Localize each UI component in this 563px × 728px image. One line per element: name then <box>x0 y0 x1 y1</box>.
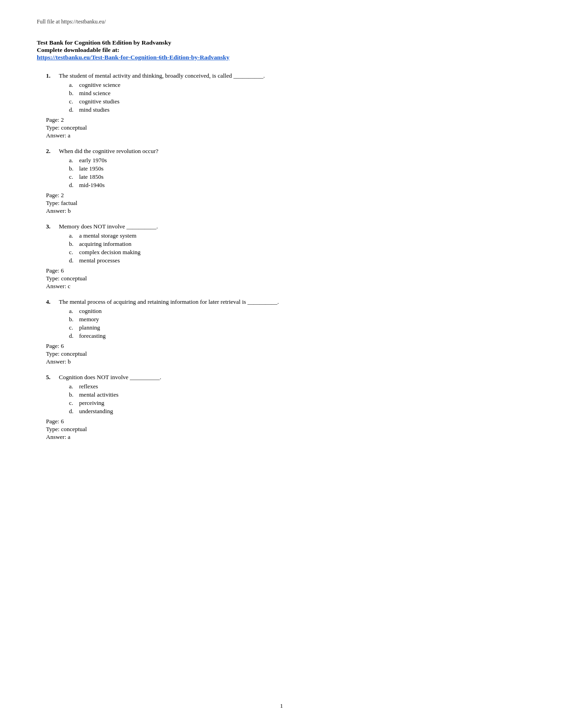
question-row: 2.When did the cognitive revolution occu… <box>46 148 526 155</box>
question-block: 3.Memory does NOT involve __________.a.a… <box>46 223 526 290</box>
meta-answer: Answer: a <box>46 433 526 441</box>
meta-answer: Answer: a <box>46 132 526 139</box>
option-text: mental processes <box>79 257 120 264</box>
list-item: a.cognitive science <box>69 81 526 89</box>
option-letter: a. <box>69 81 79 89</box>
option-text: mind science <box>79 90 110 97</box>
meta-answer: Answer: c <box>46 283 526 290</box>
list-item: d.forecasting <box>69 332 526 340</box>
options-list: a.cognitive scienceb.mind sciencec.cogni… <box>69 81 526 114</box>
option-letter: d. <box>69 257 79 264</box>
title-line1: Test Bank for Cognition 6th Edition by R… <box>37 39 526 46</box>
question-text: The student of mental activity and think… <box>59 72 526 80</box>
list-item: c.late 1850s <box>69 173 526 181</box>
question-number: 1. <box>46 72 59 80</box>
question-row: 5.Cognition does NOT involve __________. <box>46 374 526 381</box>
meta-page: Page: 6 <box>46 342 526 350</box>
list-item: d.mid-1940s <box>69 182 526 189</box>
meta-block: Page: 6Type: conceptualAnswer: b <box>46 342 526 365</box>
option-letter: d. <box>69 106 79 114</box>
list-item: d.understanding <box>69 408 526 415</box>
question-row: 1.The student of mental activity and thi… <box>46 72 526 80</box>
meta-page: Page: 2 <box>46 116 526 124</box>
option-text: mid-1940s <box>79 182 105 189</box>
title-block: Test Bank for Cognition 6th Edition by R… <box>37 39 526 61</box>
question-block: 5.Cognition does NOT involve __________.… <box>46 374 526 441</box>
option-text: memory <box>79 316 99 323</box>
list-item: a.a mental storage system <box>69 232 526 239</box>
option-text: cognitive science <box>79 81 121 89</box>
meta-block: Page: 2Type: conceptualAnswer: a <box>46 116 526 139</box>
question-number: 3. <box>46 223 59 230</box>
question-text: Cognition does NOT involve __________. <box>59 374 526 381</box>
option-letter: b. <box>69 391 79 398</box>
list-item: a.reflexes <box>69 383 526 390</box>
page: Full file at https://testbanku.eu/ Test … <box>0 0 563 728</box>
list-item: b.acquiring information <box>69 240 526 248</box>
question-text: Memory does NOT involve __________. <box>59 223 526 230</box>
option-letter: a. <box>69 232 79 239</box>
option-text: complex decision making <box>79 249 141 256</box>
list-item: b.mental activities <box>69 391 526 398</box>
question-block: 4.The mental process of acquiring and re… <box>46 298 526 365</box>
list-item: c.planning <box>69 324 526 331</box>
option-letter: c. <box>69 98 79 105</box>
list-item: b.mind science <box>69 90 526 97</box>
option-text: early 1970s <box>79 157 107 164</box>
page-number: 1 <box>0 702 563 710</box>
meta-type: Type: conceptual <box>46 275 526 282</box>
title-link[interactable]: https://testbanku.eu/Test-Bank-for-Cogni… <box>37 54 230 61</box>
meta-page: Page: 6 <box>46 418 526 425</box>
option-letter: c. <box>69 399 79 407</box>
meta-block: Page: 2Type: factualAnswer: b <box>46 192 526 215</box>
option-letter: b. <box>69 316 79 323</box>
option-text: perceiving <box>79 399 104 407</box>
header-note: Full file at https://testbanku.eu/ <box>37 18 526 25</box>
list-item: c.complex decision making <box>69 249 526 256</box>
option-letter: c. <box>69 249 79 256</box>
question-block: 2.When did the cognitive revolution occu… <box>46 148 526 215</box>
meta-type: Type: conceptual <box>46 426 526 433</box>
option-letter: b. <box>69 165 79 172</box>
option-text: cognition <box>79 307 102 315</box>
question-number: 2. <box>46 148 59 155</box>
options-list: a.a mental storage systemb.acquiring inf… <box>69 232 526 264</box>
option-text: mental activities <box>79 391 119 398</box>
questions-section: 1.The student of mental activity and thi… <box>46 72 526 441</box>
meta-block: Page: 6Type: conceptualAnswer: a <box>46 418 526 441</box>
list-item: d.mental processes <box>69 257 526 264</box>
list-item: b.memory <box>69 316 526 323</box>
question-row: 3.Memory does NOT involve __________. <box>46 223 526 230</box>
option-letter: b. <box>69 90 79 97</box>
option-text: late 1950s <box>79 165 103 172</box>
list-item: a.cognition <box>69 307 526 315</box>
option-text: acquiring information <box>79 240 132 248</box>
option-letter: a. <box>69 383 79 390</box>
question-number: 5. <box>46 374 59 381</box>
list-item: c.perceiving <box>69 399 526 407</box>
meta-type: Type: factual <box>46 199 526 207</box>
question-block: 1.The student of mental activity and thi… <box>46 72 526 139</box>
list-item: c.cognitive studies <box>69 98 526 105</box>
options-list: a.reflexesb.mental activitiesc.perceivin… <box>69 383 526 415</box>
list-item: a.early 1970s <box>69 157 526 164</box>
option-letter: a. <box>69 157 79 164</box>
option-letter: d. <box>69 408 79 415</box>
option-letter: c. <box>69 324 79 331</box>
option-letter: d. <box>69 182 79 189</box>
meta-block: Page: 6Type: conceptualAnswer: c <box>46 267 526 290</box>
question-row: 4.The mental process of acquiring and re… <box>46 298 526 306</box>
option-letter: c. <box>69 173 79 181</box>
option-text: cognitive studies <box>79 98 120 105</box>
meta-type: Type: conceptual <box>46 350 526 358</box>
option-text: forecasting <box>79 332 106 340</box>
question-number: 4. <box>46 298 59 306</box>
option-text: understanding <box>79 408 113 415</box>
option-letter: b. <box>69 240 79 248</box>
option-text: planning <box>79 324 100 331</box>
option-letter: d. <box>69 332 79 340</box>
options-list: a.early 1970sb.late 1950sc.late 1850sd.m… <box>69 157 526 189</box>
meta-answer: Answer: b <box>46 207 526 215</box>
meta-type: Type: conceptual <box>46 124 526 131</box>
option-letter: a. <box>69 307 79 315</box>
